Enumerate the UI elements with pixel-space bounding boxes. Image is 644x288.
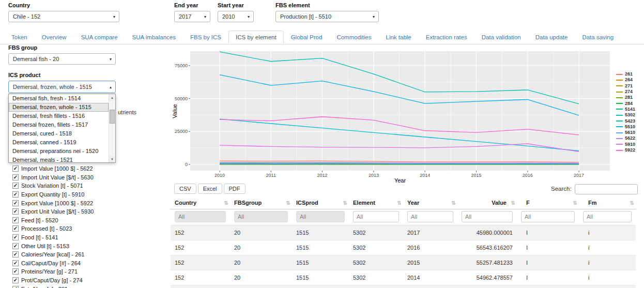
checkbox[interactable]: ✓	[12, 243, 19, 249]
ics-product-combobox[interactable]: Demersal, frozen, whole - 1515 ▴	[8, 81, 116, 93]
tab-fbs-by-ics[interactable]: FBS by ICS	[183, 31, 228, 44]
end-year-select-value: 2017	[179, 13, 191, 20]
legend-label: 5423	[625, 119, 635, 124]
end-year-select[interactable]: 2017 ▾	[174, 11, 210, 22]
tab-token[interactable]: Token	[4, 31, 35, 44]
excel-button[interactable]: Excel	[198, 184, 222, 194]
table-row[interactable]: 1522015155302201454962.478557Ii	[171, 270, 636, 285]
csv-button[interactable]: CSV	[174, 184, 196, 194]
start-year-select-value: 2010	[222, 13, 235, 20]
checkbox-label: Export Quantity [t] - 5910	[21, 191, 84, 198]
table-row[interactable]: 1522015155302201555257.481233Ii	[171, 255, 636, 270]
checkbox[interactable]: ✓	[12, 165, 19, 172]
pdf-button[interactable]: PDF	[224, 184, 246, 194]
dropdown-option-demersal-fish-fresh-1514[interactable]: Demersal fish, fresh - 1514	[9, 94, 109, 103]
dropdown-option-demersal-frozen-whole-1515[interactable]: Demersal, frozen, whole - 1515	[9, 103, 109, 112]
element-checkbox-row[interactable]: ✓Food [t] - 5141	[12, 233, 167, 242]
column-header-f[interactable]: F⇅	[517, 196, 579, 209]
element-checkbox-row[interactable]: ✓Fats/Year [g] - 281	[12, 284, 167, 288]
checkbox-label: Prot/Caput/Day [g] - 274	[21, 277, 83, 283]
element-checkbox-row[interactable]: ✓Feed [t] - 5520	[12, 216, 167, 225]
checkbox[interactable]: ✓	[12, 260, 19, 266]
cell-value: 56543.616207	[457, 240, 517, 255]
checkbox-label: Import Value [1000 $] - 5622	[21, 165, 93, 172]
filter-input-element[interactable]	[353, 211, 399, 222]
element-checkbox-row[interactable]: ✓Cal/Caput/Day [#] - 264	[12, 259, 167, 268]
filter-input-fm[interactable]	[583, 211, 632, 222]
tab-overview[interactable]: Overview	[35, 31, 74, 44]
scroll-up-arrow-icon[interactable]: ▲	[109, 94, 115, 101]
element-checkbox-row[interactable]: ✓Stock Variation [t] - 5071	[12, 181, 167, 190]
tab-data-update[interactable]: Data update	[528, 31, 575, 44]
fbs-group-select-value: Demersal fish - 20	[13, 56, 59, 62]
tab-data-validation[interactable]: Data validation	[474, 31, 528, 44]
tab-sua-imbalances[interactable]: SUA imbalances	[125, 31, 183, 44]
filter-input-fbsgroup[interactable]	[234, 211, 288, 222]
checkbox[interactable]: ✓	[12, 191, 19, 198]
tab-link-table[interactable]: Link table	[379, 31, 419, 44]
filter-input-f[interactable]	[521, 211, 575, 222]
tab-sua-compare[interactable]: SUA compare	[74, 31, 125, 44]
column-header-icsprod[interactable]: ICSprod⇅	[292, 196, 349, 209]
column-header-country[interactable]: Country⇅	[171, 196, 230, 209]
filter-input-value[interactable]	[462, 211, 513, 222]
tab-global-prod[interactable]: Global Prod	[284, 31, 330, 44]
checkbox[interactable]: ✓	[12, 200, 19, 206]
dropdown-option-demersal-cured-1518[interactable]: Demersal, cured - 1518	[9, 129, 109, 138]
dropdown-option-demersal-meals-1521[interactable]: Demersal, meals - 1521	[9, 156, 109, 163]
element-checkbox-row[interactable]: ✓Export Unit Value [$/t] - 5930	[12, 207, 167, 216]
dropdown-option-demersal-fresh-fillets-1516[interactable]: Demersal, fresh fillets - 1516	[9, 112, 109, 120]
fbs-element-select[interactable]: Production [t] - 5510 ▾	[275, 11, 379, 22]
checkbox-label: Food [t] - 5141	[21, 234, 58, 240]
dropdown-scrollbar[interactable]: ▲ ▼	[109, 94, 115, 162]
checkbox[interactable]: ✓	[12, 277, 19, 283]
dropdown-option-demersal-frozen-fillets-1517[interactable]: Demersal frozen, fillets - 1517	[9, 120, 109, 129]
cell-icsprod: 1515	[292, 255, 349, 270]
country-select[interactable]: Chile - 152 ▾	[8, 11, 119, 22]
table-row[interactable]: 1522015155302201656543.616207Ii	[171, 240, 636, 255]
checkbox[interactable]: ✓	[12, 225, 19, 232]
element-checkbox-row[interactable]: ✓Export Value [1000 $] - 5922	[12, 199, 167, 207]
filter-input-icsprod[interactable]	[296, 211, 345, 222]
column-header-value[interactable]: Value⇅	[457, 196, 517, 209]
element-checkbox-row[interactable]: ✓Import Unit Value [$/t] - 5630	[12, 173, 167, 182]
filter-input-country[interactable]	[175, 211, 226, 222]
checkbox[interactable]: ✓	[12, 174, 19, 180]
results-data-table: Country⇅FBSgroup⇅ICSprod⇅Element⇅Year⇅Va…	[171, 196, 636, 288]
dropdown-option-demersal-canned-1519[interactable]: Demersal, canned - 1519	[9, 138, 109, 147]
checkbox[interactable]: ✓	[12, 251, 19, 257]
checkbox-label: Feed [t] - 5520	[21, 217, 58, 223]
element-checkbox-row[interactable]: ✓Export Quantity [t] - 5910	[12, 190, 167, 199]
element-checkbox-row[interactable]: ✓Prot/Caput/Day [g] - 274	[12, 276, 167, 285]
element-checkbox-row[interactable]: ✓Calories/Year [kcal] - 261	[12, 250, 167, 259]
column-header-year[interactable]: Year⇅	[403, 196, 457, 209]
checkbox[interactable]: ✓	[12, 268, 19, 275]
checkbox[interactable]: ✓	[12, 208, 19, 215]
tab-extraction-rates[interactable]: Extraction rates	[419, 31, 474, 44]
dropdown-option-demersal-preparations-nei-1520[interactable]: Demersal, preparations nei - 1520	[9, 147, 109, 156]
element-checkbox-row[interactable]: ✓Other Util [t] - 5153	[12, 241, 167, 250]
element-checkbox-row[interactable]: ✓Import Value [1000 $] - 5622	[12, 164, 167, 173]
start-year-select[interactable]: 2010 ▾	[218, 11, 254, 22]
column-header-fbsgroup[interactable]: FBSgroup⇅	[230, 196, 292, 209]
tab-ics-by-element[interactable]: ICS by element	[228, 31, 284, 44]
scroll-down-arrow-icon[interactable]: ▼	[109, 156, 115, 162]
checkbox[interactable]: ✓	[12, 286, 19, 288]
checkbox[interactable]: ✓	[12, 234, 19, 240]
element-checkbox-row[interactable]: ✓Proteins/Year [g] - 271	[12, 267, 167, 276]
column-header-element[interactable]: Element⇅	[349, 196, 403, 209]
ics-product-dropdown-panel: Demersal fish, fresh - 1514Demersal, fro…	[8, 94, 116, 163]
column-header-fm[interactable]: Fm⇅	[579, 196, 636, 209]
checkbox[interactable]: ✓	[12, 183, 19, 189]
checkbox[interactable]: ✓	[12, 217, 19, 223]
search-input[interactable]	[575, 184, 638, 194]
fbs-group-select[interactable]: Demersal fish - 20 ▾	[8, 53, 116, 65]
element-checkbox-row[interactable]: ✓Processed [t] - 5023	[12, 224, 167, 233]
table-row[interactable]: 1522015155302201745980.000001Ii	[171, 225, 636, 240]
tab-commodities[interactable]: Commodities	[329, 31, 378, 44]
scrollbar-thumb[interactable]	[110, 110, 115, 124]
legend-item-5622: 5622	[616, 135, 644, 141]
tab-data-saving[interactable]: Data saving	[575, 31, 621, 44]
table-row[interactable]: 1522015155302201368639.999997Ii	[171, 285, 636, 288]
filter-input-year[interactable]	[407, 211, 453, 222]
